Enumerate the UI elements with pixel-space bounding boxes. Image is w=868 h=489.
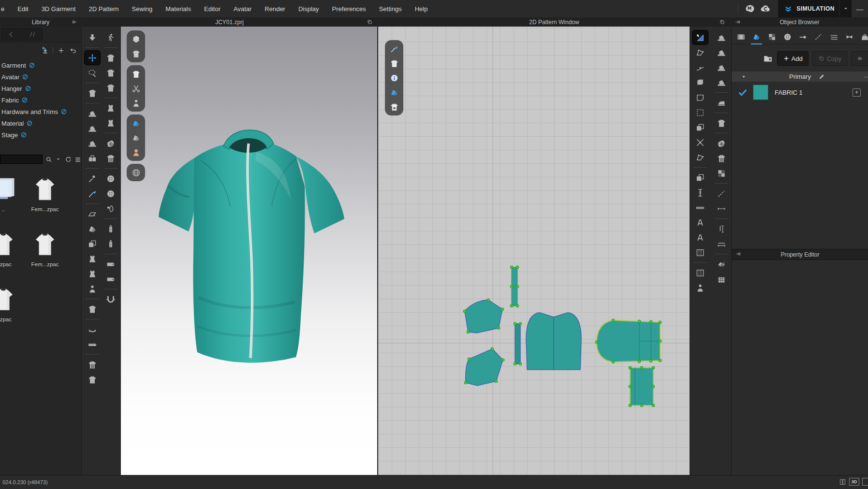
wrap-rotate-icon[interactable] <box>85 267 100 281</box>
object-browser-titlebar[interactable]: Object Browser <box>731 17 868 27</box>
library-category-hanger[interactable]: Hanger <box>1 83 81 94</box>
pin-tack-icon[interactable] <box>85 172 100 186</box>
seam-tape-icon[interactable] <box>692 201 708 215</box>
pattern-front-yoke[interactable] <box>466 349 503 386</box>
library-search-input[interactable] <box>0 155 43 164</box>
trim-tab-icon[interactable] <box>845 31 854 43</box>
pattern-front-panel-left[interactable] <box>526 313 554 370</box>
pen-3d-icon[interactable] <box>85 187 100 201</box>
marquee-select-icon[interactable] <box>692 105 708 119</box>
library-category-material[interactable]: Material <box>1 117 81 129</box>
fabric-color-swatch[interactable] <box>753 85 768 100</box>
avatar-skin-icon[interactable] <box>129 146 143 158</box>
pattern2d-titlebar[interactable]: 2D Pattern Window <box>378 17 731 27</box>
magnet-pin-icon[interactable] <box>103 292 118 306</box>
dock-right-icon[interactable] <box>734 250 742 258</box>
baste-icon[interactable] <box>714 201 729 216</box>
fabric-texture-icon[interactable] <box>129 131 143 144</box>
transform-pattern-icon[interactable] <box>692 30 708 44</box>
pattern-front-panel-right[interactable] <box>554 313 581 370</box>
library-thumbnail-garment[interactable]: Fem...zpac <box>29 175 61 212</box>
menu-item-3d-garment[interactable]: 3D Garment <box>42 5 76 13</box>
pin-dress-icon[interactable] <box>103 101 118 115</box>
pin-garment-c-icon[interactable] <box>103 81 118 95</box>
button-place-icon[interactable] <box>103 172 118 186</box>
columns-view-icon[interactable] <box>839 478 846 486</box>
sew-machine-edit-icon[interactable] <box>85 121 100 135</box>
layer-mannequin-icon[interactable] <box>692 281 708 295</box>
menu-item-help[interactable]: Help <box>415 5 428 13</box>
pattern-shape-icon[interactable] <box>692 75 708 89</box>
text-pin-icon[interactable] <box>692 216 708 230</box>
add-icon[interactable] <box>57 46 65 55</box>
edit-curvature-icon[interactable] <box>692 60 708 74</box>
checkmark-icon[interactable] <box>737 87 748 98</box>
avatar-garment-icon[interactable] <box>85 282 100 296</box>
material-tab-icon[interactable] <box>767 31 777 43</box>
library-thumbnail-garment[interactable]: ...zpac <box>0 286 19 322</box>
pleats-tool-icon[interactable] <box>692 245 708 259</box>
view-cube-icon[interactable] <box>129 33 143 45</box>
menu-item-materials[interactable]: Materials <box>165 5 191 13</box>
cloud-badge-icon[interactable] <box>758 2 773 15</box>
copy-button[interactable]: Copy <box>812 51 847 66</box>
button-tab-icon[interactable] <box>783 31 792 43</box>
shirring-tab-icon[interactable] <box>829 31 839 43</box>
download-arrange-icon[interactable] <box>85 30 100 44</box>
trace-pattern-icon[interactable] <box>692 150 708 164</box>
cloud-download-icon[interactable] <box>41 46 49 55</box>
clone-pattern-icon[interactable] <box>692 171 708 185</box>
add-from-library-icon[interactable] <box>763 53 773 64</box>
duplicate-window-icon[interactable] <box>366 18 373 26</box>
fit-garment-icon[interactable] <box>85 86 100 100</box>
sew-free-icon[interactable] <box>714 30 729 44</box>
sew-flat-icon[interactable] <box>714 45 729 59</box>
viewport3d-titlebar[interactable]: JCY01.zprj <box>82 17 377 27</box>
menu-item-render[interactable]: Render <box>265 5 285 13</box>
glove-2d-icon[interactable] <box>714 136 729 150</box>
history-forward-button[interactable] <box>22 28 43 41</box>
section-partial-control[interactable]: – <box>864 73 868 80</box>
pin-garment-b-icon[interactable] <box>103 66 118 80</box>
garment-fit-2d-icon[interactable] <box>714 116 729 130</box>
fold-arrange-icon[interactable] <box>85 207 100 221</box>
history-back-button[interactable] <box>1 28 21 41</box>
mesh-garment-icon[interactable] <box>103 151 118 165</box>
edit-pattern-icon[interactable] <box>692 45 708 59</box>
strip-stack-icon[interactable] <box>692 266 708 280</box>
menu-item-edit[interactable]: Edit <box>17 5 28 13</box>
avatar-show-icon[interactable] <box>129 97 143 109</box>
pattern-canvas[interactable] <box>378 27 690 475</box>
sew-detect-icon[interactable] <box>714 75 729 89</box>
garment-measure-b-icon[interactable] <box>85 373 100 387</box>
menu-item-preferences[interactable]: Preferences <box>332 5 366 13</box>
pattern-cuff-rectangle[interactable] <box>630 368 653 405</box>
rename-pencil-icon[interactable] <box>818 73 826 81</box>
mesh-2d-icon[interactable] <box>714 151 729 165</box>
list-view-icon[interactable] <box>74 156 81 163</box>
wrap-drape-icon[interactable] <box>85 252 100 266</box>
pattern-2d-window[interactable] <box>378 27 690 475</box>
pattern-outline-icon[interactable] <box>692 90 708 104</box>
folded-garment-icon[interactable] <box>85 222 100 236</box>
menu-item-avatar[interactable]: Avatar <box>234 5 251 13</box>
menu-item-e[interactable]: e <box>1 5 4 13</box>
library-category-avatar[interactable]: Avatar <box>1 71 81 83</box>
tack-tab-icon[interactable] <box>798 31 808 43</box>
library-category-hardware-and-trims[interactable]: Hardware and Trims <box>1 106 81 117</box>
pin-dress-b-icon[interactable] <box>103 116 118 130</box>
sew-curve-icon[interactable] <box>714 60 729 74</box>
menu-item-2d-pattern[interactable]: 2D Pattern <box>88 5 118 13</box>
button-icon[interactable] <box>103 187 118 201</box>
menu-item-display[interactable]: Display <box>298 5 319 13</box>
dock-right-icon[interactable] <box>734 18 741 26</box>
expand-plus-icon[interactable]: + <box>853 88 861 97</box>
topstitch-tab-icon[interactable] <box>814 31 823 43</box>
library-thumbnail-parent-folder[interactable]: .. <box>0 175 19 212</box>
pattern-scale-icon[interactable] <box>85 302 100 316</box>
cross-tool-icon[interactable] <box>692 135 708 149</box>
library-category-garment[interactable]: Garment <box>1 59 81 71</box>
pattern-back-yoke[interactable] <box>465 300 502 333</box>
move-icon[interactable] <box>85 51 100 65</box>
minimize-button[interactable]: — <box>852 0 868 17</box>
